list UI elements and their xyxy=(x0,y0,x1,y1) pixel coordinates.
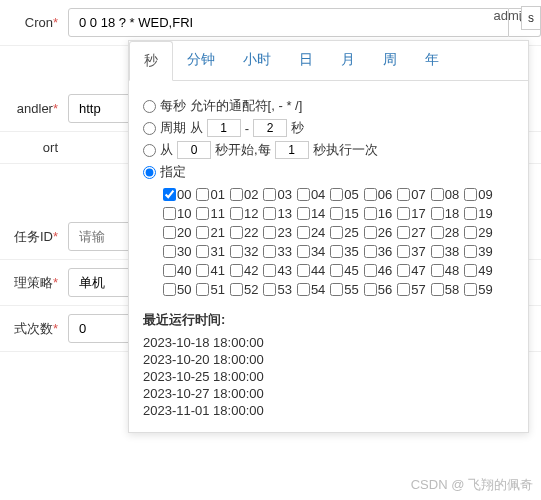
tab-周[interactable]: 周 xyxy=(369,41,411,80)
second-check-26[interactable]: 26 xyxy=(364,225,392,240)
second-checkbox-35[interactable] xyxy=(330,245,343,258)
option-specify-radio[interactable] xyxy=(143,166,156,179)
second-check-53[interactable]: 53 xyxy=(263,282,291,297)
second-check-21[interactable]: 21 xyxy=(196,225,224,240)
second-check-36[interactable]: 36 xyxy=(364,244,392,259)
tab-分钟[interactable]: 分钟 xyxy=(173,41,229,80)
second-checkbox-53[interactable] xyxy=(263,283,276,296)
second-checkbox-28[interactable] xyxy=(431,226,444,239)
second-check-44[interactable]: 44 xyxy=(297,263,325,278)
second-check-09[interactable]: 09 xyxy=(464,187,492,202)
second-check-38[interactable]: 38 xyxy=(431,244,459,259)
second-check-06[interactable]: 06 xyxy=(364,187,392,202)
second-check-08[interactable]: 08 xyxy=(431,187,459,202)
second-check-41[interactable]: 41 xyxy=(196,263,224,278)
second-check-28[interactable]: 28 xyxy=(431,225,459,240)
second-checkbox-31[interactable] xyxy=(196,245,209,258)
second-check-30[interactable]: 30 xyxy=(163,244,191,259)
second-check-17[interactable]: 17 xyxy=(397,206,425,221)
second-checkbox-23[interactable] xyxy=(263,226,276,239)
option-every-second-radio[interactable] xyxy=(143,100,156,113)
second-checkbox-21[interactable] xyxy=(196,226,209,239)
second-checkbox-18[interactable] xyxy=(431,207,444,220)
second-check-50[interactable]: 50 xyxy=(163,282,191,297)
second-checkbox-17[interactable] xyxy=(397,207,410,220)
second-check-25[interactable]: 25 xyxy=(330,225,358,240)
second-checkbox-09[interactable] xyxy=(464,188,477,201)
second-checkbox-52[interactable] xyxy=(230,283,243,296)
second-checkbox-11[interactable] xyxy=(196,207,209,220)
cycle-to-input[interactable] xyxy=(253,119,287,137)
second-checkbox-00[interactable] xyxy=(163,188,176,201)
second-check-07[interactable]: 07 xyxy=(397,187,425,202)
second-checkbox-02[interactable] xyxy=(230,188,243,201)
second-check-49[interactable]: 49 xyxy=(464,263,492,278)
second-checkbox-45[interactable] xyxy=(330,264,343,277)
second-check-48[interactable]: 48 xyxy=(431,263,459,278)
second-check-02[interactable]: 02 xyxy=(230,187,258,202)
second-checkbox-54[interactable] xyxy=(297,283,310,296)
second-checkbox-26[interactable] xyxy=(364,226,377,239)
cycle-from-input[interactable] xyxy=(207,119,241,137)
second-checkbox-56[interactable] xyxy=(364,283,377,296)
second-checkbox-29[interactable] xyxy=(464,226,477,239)
second-checkbox-58[interactable] xyxy=(431,283,444,296)
second-checkbox-32[interactable] xyxy=(230,245,243,258)
second-checkbox-14[interactable] xyxy=(297,207,310,220)
second-check-43[interactable]: 43 xyxy=(263,263,291,278)
second-checkbox-13[interactable] xyxy=(263,207,276,220)
second-check-20[interactable]: 20 xyxy=(163,225,191,240)
second-checkbox-48[interactable] xyxy=(431,264,444,277)
second-checkbox-20[interactable] xyxy=(163,226,176,239)
second-check-14[interactable]: 14 xyxy=(297,206,325,221)
second-check-27[interactable]: 27 xyxy=(397,225,425,240)
second-check-35[interactable]: 35 xyxy=(330,244,358,259)
cron-input[interactable] xyxy=(68,8,509,37)
second-checkbox-42[interactable] xyxy=(230,264,243,277)
second-check-03[interactable]: 03 xyxy=(263,187,291,202)
second-checkbox-15[interactable] xyxy=(330,207,343,220)
second-check-05[interactable]: 05 xyxy=(330,187,358,202)
second-check-46[interactable]: 46 xyxy=(364,263,392,278)
second-check-32[interactable]: 32 xyxy=(230,244,258,259)
option-from-radio[interactable] xyxy=(143,144,156,157)
second-check-24[interactable]: 24 xyxy=(297,225,325,240)
second-check-10[interactable]: 10 xyxy=(163,206,191,221)
tab-小时[interactable]: 小时 xyxy=(229,41,285,80)
second-check-19[interactable]: 19 xyxy=(464,206,492,221)
second-checkbox-01[interactable] xyxy=(196,188,209,201)
tab-年[interactable]: 年 xyxy=(411,41,453,80)
second-check-33[interactable]: 33 xyxy=(263,244,291,259)
second-checkbox-22[interactable] xyxy=(230,226,243,239)
second-check-52[interactable]: 52 xyxy=(230,282,258,297)
second-checkbox-50[interactable] xyxy=(163,283,176,296)
from-every-input[interactable] xyxy=(275,141,309,159)
second-checkbox-25[interactable] xyxy=(330,226,343,239)
second-check-45[interactable]: 45 xyxy=(330,263,358,278)
second-checkbox-57[interactable] xyxy=(397,283,410,296)
second-check-16[interactable]: 16 xyxy=(364,206,392,221)
second-checkbox-30[interactable] xyxy=(163,245,176,258)
second-check-13[interactable]: 13 xyxy=(263,206,291,221)
tab-秒[interactable]: 秒 xyxy=(129,41,173,81)
second-checkbox-07[interactable] xyxy=(397,188,410,201)
second-check-39[interactable]: 39 xyxy=(464,244,492,259)
second-check-34[interactable]: 34 xyxy=(297,244,325,259)
second-checkbox-12[interactable] xyxy=(230,207,243,220)
second-check-57[interactable]: 57 xyxy=(397,282,425,297)
second-check-12[interactable]: 12 xyxy=(230,206,258,221)
second-check-56[interactable]: 56 xyxy=(364,282,392,297)
second-check-04[interactable]: 04 xyxy=(297,187,325,202)
top-right-box[interactable]: s xyxy=(521,6,541,30)
second-checkbox-16[interactable] xyxy=(364,207,377,220)
second-checkbox-39[interactable] xyxy=(464,245,477,258)
second-checkbox-27[interactable] xyxy=(397,226,410,239)
second-checkbox-46[interactable] xyxy=(364,264,377,277)
second-checkbox-47[interactable] xyxy=(397,264,410,277)
second-checkbox-55[interactable] xyxy=(330,283,343,296)
second-check-47[interactable]: 47 xyxy=(397,263,425,278)
second-checkbox-36[interactable] xyxy=(364,245,377,258)
second-checkbox-10[interactable] xyxy=(163,207,176,220)
second-checkbox-34[interactable] xyxy=(297,245,310,258)
second-checkbox-04[interactable] xyxy=(297,188,310,201)
